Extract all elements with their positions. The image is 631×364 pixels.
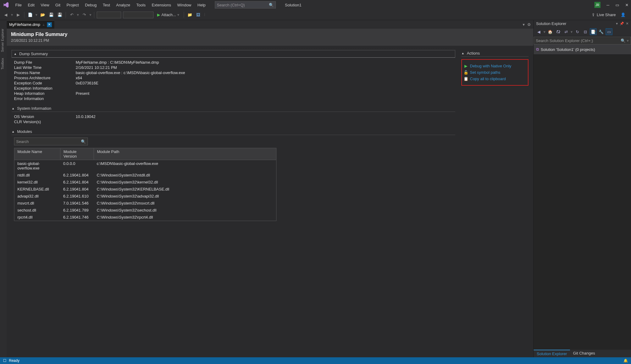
save-all-icon[interactable]: 💾 bbox=[56, 12, 63, 18]
modules-header[interactable]: ▲ Modules bbox=[12, 128, 455, 135]
document-tab-strip: MyFileName.dmp ⟂ ✕ ▾ ⚙ bbox=[7, 20, 533, 29]
module-row[interactable]: ntdll.dll6.2.19041.804C:\Windows\System3… bbox=[14, 172, 276, 179]
actions-header[interactable]: ▲ Actions bbox=[461, 50, 528, 57]
panel-dropdown-icon[interactable]: ▾ bbox=[616, 22, 618, 26]
status-ready: Ready bbox=[9, 359, 20, 363]
screenshot-icon[interactable]: 🖼 bbox=[195, 12, 202, 18]
menu-debug[interactable]: Debug bbox=[82, 1, 99, 9]
tab-filename: MyFileName.dmp bbox=[9, 22, 40, 27]
module-name: ntdll.dll bbox=[14, 172, 60, 179]
menu-view[interactable]: View bbox=[38, 1, 52, 9]
menu-edit[interactable]: Edit bbox=[25, 1, 38, 9]
module-version: 7.0.19041.546 bbox=[60, 200, 94, 207]
module-row[interactable]: kernel32.dll6.2.19041.804C:\Windows\Syst… bbox=[14, 179, 276, 186]
module-row[interactable]: rpcrt4.dll6.2.19041.746C:\Windows\System… bbox=[14, 214, 276, 221]
menu-analyze[interactable]: Analyze bbox=[113, 1, 133, 9]
menu-window[interactable]: Window bbox=[174, 1, 194, 9]
dock-tab-toolbox[interactable]: Toolbox bbox=[0, 55, 7, 72]
maximize-button[interactable]: ▭ bbox=[615, 3, 619, 7]
menu-help[interactable]: Help bbox=[194, 1, 209, 9]
module-row[interactable]: KERNELBASE.dll6.2.19041.804C:\Windows\Sy… bbox=[14, 186, 276, 193]
action-label: Set symbol paths bbox=[470, 70, 500, 75]
nav-back-icon[interactable]: ◀ bbox=[2, 12, 9, 18]
minimize-button[interactable]: ─ bbox=[607, 3, 609, 7]
panel-pin-icon[interactable]: 📌 bbox=[620, 22, 624, 26]
sys-kv-row: OS Version10.0.19042 bbox=[12, 114, 455, 119]
document-tab[interactable]: MyFileName.dmp ⟂ ✕ bbox=[7, 20, 54, 29]
dump-summary-header[interactable]: ▲ Dump Summary bbox=[12, 50, 455, 58]
module-row[interactable]: sechost.dll6.2.19041.789C:\Windows\Syste… bbox=[14, 207, 276, 214]
system-info-header[interactable]: ▲ System Information bbox=[12, 105, 455, 112]
module-version: 6.2.19041.804 bbox=[60, 179, 94, 186]
save-icon[interactable]: 💾 bbox=[48, 12, 55, 18]
switch-view-icon[interactable]: ⇄ bbox=[563, 28, 569, 35]
user-icon: 👤 bbox=[621, 12, 626, 17]
preview-icon[interactable]: ▭ bbox=[606, 28, 612, 35]
notifications-icon[interactable]: 🔔 bbox=[623, 359, 628, 363]
kv-key: Exception Code bbox=[12, 81, 76, 85]
module-version: 6.2.19041.804 bbox=[60, 186, 94, 193]
global-search-input[interactable]: Search (Ctrl+Q) 🔍 bbox=[215, 1, 276, 9]
platform-combo[interactable] bbox=[123, 12, 153, 18]
menu-project[interactable]: Project bbox=[63, 1, 82, 9]
kv-value: 2/16/2021 10:12:21 PM bbox=[76, 65, 117, 70]
properties-icon[interactable]: 🔧 bbox=[598, 28, 604, 35]
solution-root-item[interactable]: ⧉ Solution 'Solution1' (0 projects) bbox=[536, 46, 629, 52]
panel-tab-git-changes[interactable]: Git Changes bbox=[570, 350, 598, 357]
panel-tab-solution-explorer[interactable]: Solution Explorer bbox=[534, 350, 570, 357]
solution-explorer-label: Solution Explorer bbox=[536, 21, 566, 26]
kv-value: 10.0.19042 bbox=[76, 114, 96, 119]
module-path: C:\Windows\System32\sechost.dll bbox=[94, 207, 276, 214]
dump-kv-row: Exception Code0xE073616E bbox=[12, 81, 455, 85]
close-button[interactable]: ✕ bbox=[625, 3, 629, 7]
dump-kv-row: Last Write Time2/16/2021 10:12:21 PM bbox=[12, 65, 455, 70]
module-row[interactable]: msvcrt.dll7.0.19041.546C:\Windows\System… bbox=[14, 200, 276, 207]
search-icon: 🔍 bbox=[269, 3, 274, 7]
module-path: C:\Windows\System32\rpcrt4.dll bbox=[94, 214, 276, 221]
config-combo[interactable] bbox=[97, 12, 121, 18]
tab-settings-icon[interactable]: ⚙ bbox=[527, 22, 531, 27]
dock-tab-server-explorer[interactable]: Server Explorer bbox=[0, 26, 7, 54]
panel-close-icon[interactable]: ✕ bbox=[626, 22, 629, 26]
col-module-name[interactable]: Module Name bbox=[14, 148, 60, 160]
menu-test[interactable]: Test bbox=[100, 1, 113, 9]
sync-icon[interactable]: 🗘 bbox=[555, 28, 561, 35]
attach-button[interactable]: ▶ Attach... ▾ bbox=[155, 12, 181, 18]
module-path: C:\Windows\System32\KERNELBASE.dll bbox=[94, 186, 276, 193]
redo-icon[interactable]: ↷ bbox=[81, 12, 88, 18]
modules-label: Modules bbox=[17, 129, 32, 134]
col-module-path[interactable]: Module Path bbox=[94, 148, 276, 160]
refresh-icon[interactable]: ↻ bbox=[574, 28, 581, 35]
action-copy-all-to-clipboard[interactable]: 📋Copy all to clipboard bbox=[464, 76, 526, 82]
kv-key: Exception Information bbox=[12, 86, 76, 91]
undo-icon[interactable]: ↶ bbox=[68, 12, 75, 18]
action-debug-with-native-only[interactable]: ▶Debug with Native Only bbox=[464, 63, 526, 69]
menu-tools[interactable]: Tools bbox=[133, 1, 149, 9]
nav-forward-icon[interactable]: ▶ bbox=[15, 12, 22, 18]
folder-browse-icon[interactable]: 📁 bbox=[186, 12, 193, 18]
solution-explorer-search-input[interactable]: Search Solution Explorer (Ctrl+;) 🔍 ▾ bbox=[534, 37, 631, 45]
pin-icon[interactable]: ⟂ bbox=[43, 23, 45, 26]
module-row[interactable]: basic-global-overflow.exe0.0.0.0c:\MSDN\… bbox=[14, 160, 276, 172]
kv-key: Process Name bbox=[12, 70, 76, 75]
solution-tree: ⧉ Solution 'Solution1' (0 projects) bbox=[534, 45, 631, 54]
tab-close-button[interactable]: ✕ bbox=[47, 22, 52, 27]
modules-search-input[interactable]: Search 🔍 bbox=[14, 137, 88, 145]
user-avatar[interactable]: JR bbox=[594, 2, 600, 8]
new-item-icon[interactable]: 📄 bbox=[27, 12, 34, 18]
menu-extensions[interactable]: Extensions bbox=[149, 1, 174, 9]
menu-bar: FileEditViewGitProjectDebugTestAnalyzeTo… bbox=[12, 1, 209, 9]
menu-file[interactable]: File bbox=[12, 1, 25, 9]
open-icon[interactable]: 📂 bbox=[39, 12, 46, 18]
tab-overflow-icon[interactable]: ▾ bbox=[523, 22, 525, 27]
modules-table-header: Module Name Module Version Module Path bbox=[14, 148, 276, 160]
col-module-version[interactable]: Module Version bbox=[60, 148, 94, 160]
live-share-button[interactable]: ⇪ Live Share 👤 bbox=[589, 12, 629, 17]
show-all-files-icon[interactable]: 📑 bbox=[590, 28, 597, 35]
home-icon[interactable]: 🏠 bbox=[547, 28, 553, 35]
action-set-symbol-paths[interactable]: 🔓Set symbol paths bbox=[464, 69, 526, 76]
module-row[interactable]: advapi32.dll6.2.19041.610C:\Windows\Syst… bbox=[14, 193, 276, 200]
nav-back-icon[interactable]: ◀ bbox=[535, 28, 542, 35]
collapse-icon[interactable]: ⊟ bbox=[582, 28, 589, 35]
menu-git[interactable]: Git bbox=[52, 1, 63, 9]
